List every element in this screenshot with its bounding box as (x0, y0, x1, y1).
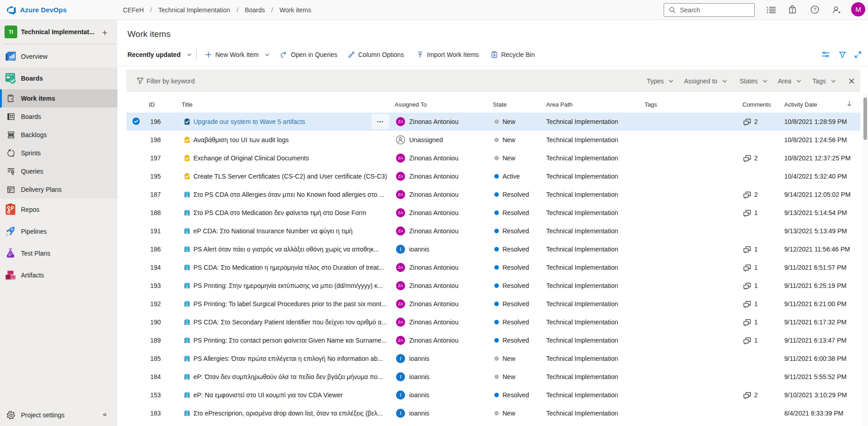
svg-text:?: ? (813, 7, 816, 12)
